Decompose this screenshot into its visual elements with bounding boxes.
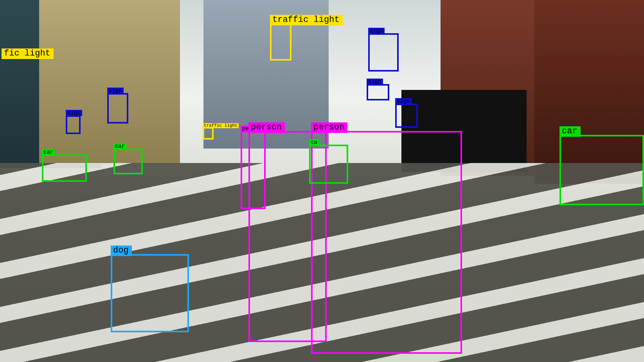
bbox-label: ca [309, 139, 319, 145]
bbox-label: car [42, 149, 55, 155]
bbox-label: sign [368, 28, 385, 34]
bbox-sign: sign [368, 33, 399, 72]
bbox-traffic-light: traffic light [203, 127, 214, 140]
bbox-person: pe [241, 131, 266, 209]
bbox-car: car [559, 135, 644, 205]
bbox-label: car [113, 143, 126, 149]
bbox-label: dog [111, 246, 132, 256]
bbox-label: sign [395, 98, 412, 104]
bbox-label: car [559, 126, 581, 137]
bbox-label: sign [66, 110, 82, 116]
bbox-traffic-light: fic light [0, 47, 48, 63]
bbox-label: traffic light [270, 15, 343, 25]
building [39, 0, 180, 164]
bbox-dog: dog [111, 254, 189, 332]
bbox-car: car [42, 154, 87, 182]
bbox-label: sign [107, 88, 124, 94]
bbox-sign: sign [395, 104, 418, 128]
bbox-label: sign [367, 79, 383, 85]
bbox-car: ca [309, 145, 348, 184]
bbox-sign: sign [107, 93, 128, 124]
bbox-sign: sign [66, 115, 81, 134]
bbox-label: fic light [2, 48, 54, 59]
bbox-sign: sign [367, 84, 389, 100]
bbox-car: car [113, 149, 143, 174]
bbox-label: traffic light [203, 123, 239, 128]
street-scene: personpersonpedogcarcarcarcatraffic ligh… [0, 0, 644, 362]
bbox-traffic-light: traffic light [270, 23, 291, 61]
bbox-label: pe [241, 125, 250, 132]
